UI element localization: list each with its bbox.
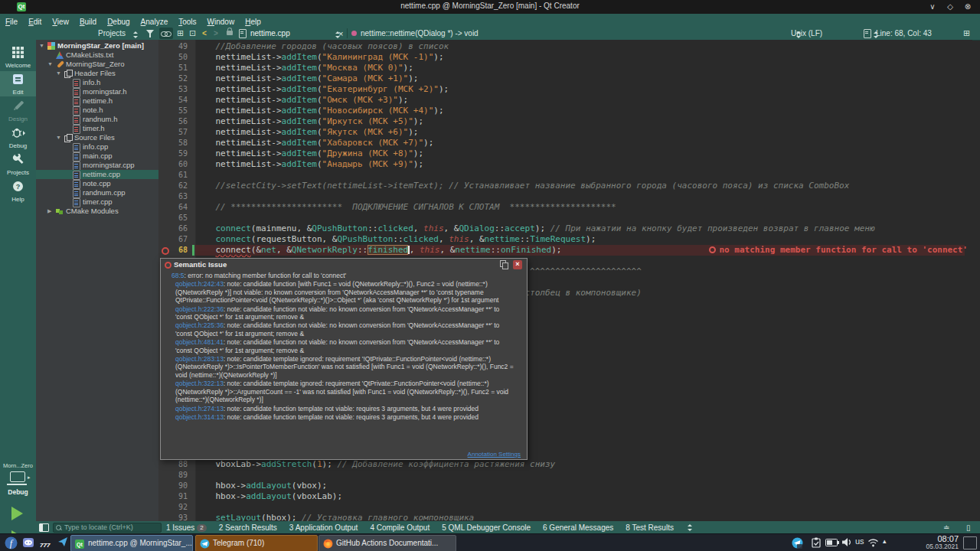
- split-icon[interactable]: ⊞: [177, 28, 184, 38]
- tree-item-morningstar-zero[interactable]: ▼MorningStar_Zero: [36, 60, 158, 69]
- code-line[interactable]: 92: [158, 502, 972, 513]
- tree-item-morningstar-zero-main-[interactable]: ▼MorningStar_Zero [main]: [36, 41, 158, 51]
- file-properties-icon[interactable]: [864, 29, 871, 38]
- line-number[interactable]: 67: [158, 234, 188, 245]
- code-line[interactable]: 63: [158, 191, 972, 202]
- menu-item-view[interactable]: View: [47, 16, 74, 26]
- code-line[interactable]: 67 connect(requestButton, &QPushButton::…: [158, 234, 972, 245]
- line-number[interactable]: 93: [158, 513, 188, 521]
- launcher-discord-icon[interactable]: [22, 536, 35, 549]
- forward-icon[interactable]: >: [214, 29, 218, 37]
- code-line[interactable]: 88 vboxLab->addStretch(1); // Добавление…: [158, 459, 972, 470]
- close-document-icon[interactable]: ×: [338, 29, 343, 38]
- annotation-settings-link[interactable]: Annotation Settings: [468, 451, 521, 458]
- code-line[interactable]: 61: [158, 170, 972, 181]
- chevron-right-icon[interactable]: ▶: [47, 207, 51, 216]
- code-line[interactable]: 52 nettimeList->addItem("Самара (МСК +1)…: [158, 73, 972, 84]
- code-line[interactable]: 59 nettimeList->addItem("Дружина (МСК +8…: [158, 148, 972, 159]
- chevron-down-icon[interactable]: ▼: [56, 69, 61, 78]
- tree-item-note-h[interactable]: note.h: [36, 106, 158, 115]
- close-icon[interactable]: ⊗: [962, 2, 974, 12]
- tree-item-randnum-cpp[interactable]: randnum.cpp: [36, 188, 158, 197]
- menu-item-build[interactable]: Build: [74, 16, 102, 26]
- split-editor-icon[interactable]: ⊞: [963, 28, 970, 38]
- source-location-link[interactable]: qobject.h:274:13: [175, 405, 224, 412]
- encoding-combo[interactable]: Unix (LF): [791, 29, 822, 37]
- line-number[interactable]: 90: [158, 481, 188, 491]
- tree-item-info-cpp[interactable]: info.cpp: [36, 142, 158, 152]
- menu-item-window[interactable]: Window: [202, 16, 240, 26]
- output-tab-issues[interactable]: 1 Issues2: [166, 523, 207, 532]
- line-number[interactable]: 50: [158, 52, 188, 63]
- back-icon[interactable]: <: [202, 29, 207, 37]
- popup-close-icon[interactable]: ×: [513, 260, 522, 269]
- tree-item-cmakelists-txt[interactable]: CMakeLists.txt: [36, 51, 158, 60]
- code-line[interactable]: 49 //Добавление городов (часовых поясов)…: [158, 41, 972, 52]
- clock[interactable]: 08:07 05.03.2021: [908, 535, 959, 550]
- code-line[interactable]: 56 nettimeList->addItem("Иркутск (МСК +5…: [158, 116, 972, 127]
- maximize-icon[interactable]: ◇: [944, 2, 956, 12]
- run-button[interactable]: [11, 507, 23, 520]
- source-location-link[interactable]: qobject.h:225:36: [175, 321, 224, 329]
- code-line[interactable]: 62 //selectCity->setText(nettimeList->it…: [158, 181, 972, 191]
- code-line[interactable]: 51 nettimeList->addItem("Москва (МСК 0)"…: [158, 63, 972, 73]
- line-number[interactable]: 61: [158, 170, 188, 181]
- menu-item-file[interactable]: File: [0, 16, 23, 26]
- minimize-icon[interactable]: ∨: [926, 2, 939, 12]
- menu-item-analyze[interactable]: Analyze: [136, 16, 174, 26]
- progress-details-icon[interactable]: ≐: [943, 523, 949, 532]
- menu-item-tools[interactable]: Tools: [173, 16, 201, 26]
- open-document-combo[interactable]: nettime.cpp: [250, 29, 290, 37]
- line-number[interactable]: 92: [158, 502, 188, 513]
- code-line[interactable]: 50 nettimeList->addItem("Калининград (МС…: [158, 52, 972, 63]
- line-number[interactable]: 66: [158, 223, 188, 234]
- sidebar-mode-help[interactable]: ?Help: [0, 178, 36, 204]
- source-location-link[interactable]: qobject.h:283:13: [175, 355, 224, 363]
- code-line[interactable]: 57 nettimeList->addItem("Якутск (МСК +6)…: [158, 127, 972, 138]
- line-number[interactable]: 63: [158, 191, 188, 202]
- tree-item-nettime-h[interactable]: nettime.h: [36, 96, 158, 106]
- code-line[interactable]: 54 nettimeList->addItem("Омск (МСК +3)")…: [158, 95, 972, 106]
- line-number[interactable]: 54: [158, 95, 188, 106]
- code-line[interactable]: 89: [158, 470, 972, 481]
- code-line[interactable]: 93 setLayout(hbox); // Установка главног…: [158, 513, 972, 521]
- tree-item-nettime-cpp[interactable]: nettime.cpp: [36, 170, 158, 179]
- filter-icon[interactable]: [146, 30, 154, 34]
- code-line[interactable]: 55 nettimeList->addItem("Новосибирск (МС…: [158, 106, 972, 116]
- output-tab-general-messages[interactable]: 6 General Messages: [543, 523, 613, 532]
- telegram-tray-icon[interactable]: [792, 537, 803, 549]
- code-line[interactable]: 64 // ********************** ПОДКЛЮЧЕНИЕ…: [158, 202, 972, 213]
- taskbar-window-qt-creator[interactable]: Qtnettime.cpp @ MorningStar_...: [70, 535, 193, 551]
- wifi-tray-icon[interactable]: [867, 538, 879, 547]
- output-tab-search-results[interactable]: 2 Search Results: [219, 523, 277, 532]
- sidebar-mode-edit[interactable]: Edit: [0, 71, 36, 96]
- tree-item-timer-h[interactable]: timer.h: [36, 124, 158, 133]
- kit-monitor-icon[interactable]: [10, 471, 25, 482]
- volume-tray-icon[interactable]: [842, 537, 852, 547]
- code-line[interactable]: 53 nettimeList->addItem("Екатеринбург (М…: [158, 84, 972, 95]
- line-number[interactable]: 65: [158, 213, 188, 223]
- menu-item-help[interactable]: Help: [240, 16, 266, 26]
- source-location-link[interactable]: qobject.h:322:13: [175, 380, 224, 387]
- chevron-down-icon[interactable]: ▼: [47, 60, 53, 69]
- source-location-link[interactable]: qobject.h:222:36: [175, 305, 224, 313]
- navigation-pane-combo[interactable]: Projects: [98, 29, 126, 37]
- line-number[interactable]: 91: [158, 491, 188, 502]
- launcher-share-icon[interactable]: [57, 536, 70, 549]
- tree-item-morningstar-cpp[interactable]: morningstar.cpp: [36, 161, 158, 170]
- clipboard-tray-icon[interactable]: [812, 537, 821, 548]
- code-line[interactable]: 90 hbox->addLayout(vbox);: [158, 481, 972, 491]
- right-sidebar-toggle-icon[interactable]: ▯: [966, 523, 971, 532]
- tree-item-timer-cpp[interactable]: timer.cpp: [36, 197, 158, 207]
- source-location-link[interactable]: qobject.h:242:43: [175, 280, 224, 288]
- menu-item-debug[interactable]: Debug: [102, 16, 135, 26]
- line-number[interactable]: 56: [158, 116, 188, 127]
- tree-item-morningstar-h[interactable]: morningstar.h: [36, 87, 158, 96]
- line-number[interactable]: 52: [158, 73, 188, 84]
- panel-arrows-icon[interactable]: [688, 524, 693, 531]
- output-tab-compile-output[interactable]: 4 Compile Output: [370, 523, 430, 532]
- copy-icon[interactable]: [500, 260, 508, 269]
- link-with-editor-icon[interactable]: [159, 28, 173, 39]
- tree-item-header-files[interactable]: ▼Header Files: [36, 69, 158, 78]
- line-number[interactable]: 60: [158, 159, 188, 170]
